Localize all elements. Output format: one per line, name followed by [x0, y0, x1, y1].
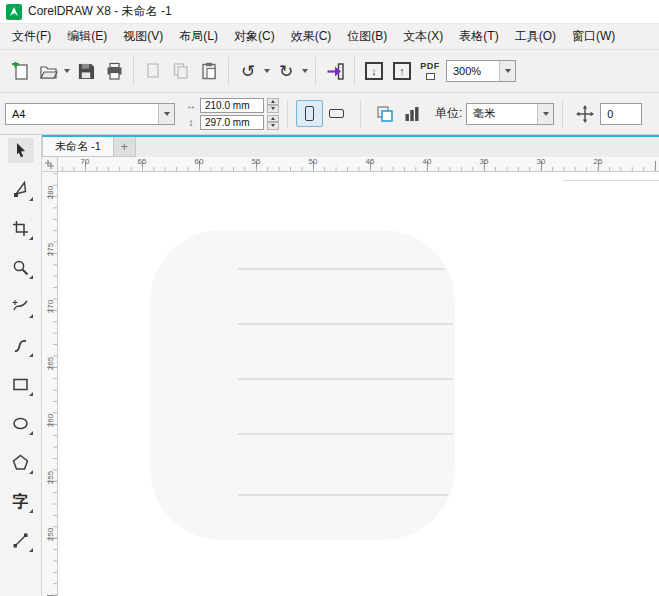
import-button[interactable]: ↓ — [360, 57, 388, 85]
horizontal-line-object[interactable] — [238, 323, 453, 325]
landscape-icon — [329, 109, 344, 118]
copy-button-disabled — [167, 57, 195, 85]
crop-tool[interactable] — [8, 216, 34, 241]
menu-edit[interactable]: 编辑(E) — [59, 24, 115, 49]
ruler-mark: 35 — [476, 157, 492, 166]
page-size-preset-combobox[interactable]: A4 — [5, 103, 175, 125]
menu-tools[interactable]: 工具(O) — [507, 24, 564, 49]
horizontal-line-object[interactable] — [238, 378, 453, 380]
pick-tool[interactable] — [8, 138, 34, 163]
document-tab-active[interactable]: 未命名 -1 — [42, 137, 114, 157]
page-width-icon: ↔ — [185, 100, 197, 111]
export-button[interactable]: ↑ — [388, 57, 416, 85]
zoom-level-value: 300% — [447, 61, 499, 81]
page-size-preset-value: A4 — [6, 104, 158, 124]
zoom-dropdown-button[interactable] — [499, 61, 515, 81]
page-edge-line — [563, 180, 659, 181]
horizontal-line-object[interactable] — [238, 268, 444, 270]
drawing-canvas[interactable] — [58, 172, 659, 596]
window-title: CorelDRAW X8 - 未命名 -1 — [28, 3, 172, 20]
page-height-spinner[interactable] — [267, 115, 279, 130]
redo-button[interactable]: ↻ — [272, 57, 300, 85]
paste-button[interactable] — [195, 57, 223, 85]
standard-toolbar: ↺ ↻ ↓ ↑ PDF 300% — [0, 50, 659, 93]
nudge-value-field[interactable]: 0 — [600, 103, 642, 125]
landscape-orientation-button[interactable] — [323, 100, 350, 127]
ruler-mark: 60 — [191, 157, 207, 166]
ruler-mark: 65 — [134, 157, 150, 166]
ruler-mark: 45 — [362, 157, 378, 166]
rectangle-icon — [12, 376, 29, 393]
diagonal-line-icon — [12, 532, 29, 549]
text-tool[interactable]: 字 — [8, 489, 34, 514]
nudge-offset-button[interactable] — [571, 100, 598, 127]
preset-dropdown-button[interactable] — [158, 104, 174, 124]
ruler-mark: 55 — [248, 157, 264, 166]
canvas-row: 280 275 270 265 260 255 250 — [42, 172, 659, 596]
save-button[interactable] — [72, 57, 100, 85]
menu-layout[interactable]: 布局(L) — [171, 24, 226, 49]
menu-window[interactable]: 窗口(W) — [564, 24, 623, 49]
units-value: 毫米 — [467, 104, 537, 124]
zoom-tool[interactable] — [8, 255, 34, 280]
portrait-orientation-button[interactable] — [296, 100, 323, 127]
menu-bitmaps[interactable]: 位图(B) — [339, 24, 395, 49]
export-icon: ↑ — [393, 62, 411, 80]
artistic-media-tool[interactable] — [8, 333, 34, 358]
page-width-field[interactable]: 210.0 mm — [200, 98, 264, 113]
rounded-square-object[interactable] — [150, 230, 455, 540]
titlebar: CorelDRAW X8 - 未命名 -1 — [0, 0, 659, 24]
rectangle-tool[interactable] — [8, 372, 34, 397]
menu-view[interactable]: 视图(V) — [115, 24, 171, 49]
horizontal-ruler[interactable]: 70 65 60 55 50 45 40 35 30 25 — [58, 157, 659, 172]
ruler-origin-icon — [45, 160, 54, 169]
search-content-button[interactable] — [321, 57, 349, 85]
ruler-mark: 275 — [46, 240, 55, 260]
units-combobox[interactable]: 毫米 — [466, 103, 554, 125]
ruler-mark: 50 — [305, 157, 321, 166]
separator — [133, 57, 134, 85]
measure-tool[interactable] — [8, 528, 34, 553]
s-curve-icon — [12, 337, 29, 354]
undo-dropdown-caret[interactable] — [264, 69, 270, 73]
ellipse-tool[interactable] — [8, 411, 34, 436]
all-pages-layout-button[interactable] — [371, 100, 398, 127]
new-document-button[interactable] — [6, 57, 34, 85]
property-bar: A4 ↔ 210.0 mm ↕ 297.0 mm 单位: — [0, 93, 659, 135]
menu-file[interactable]: 文件(F) — [4, 24, 59, 49]
menu-text[interactable]: 文本(X) — [395, 24, 451, 49]
polygon-tool[interactable] — [8, 450, 34, 475]
page-height-field[interactable]: 297.0 mm — [200, 115, 264, 130]
shape-tool[interactable] — [8, 177, 34, 202]
ruler-origin-corner[interactable] — [42, 157, 58, 172]
portrait-icon — [305, 106, 314, 121]
open-dropdown-caret[interactable] — [64, 69, 70, 73]
page-dimensions-group: ↔ 210.0 mm ↕ 297.0 mm — [185, 98, 279, 130]
menu-table[interactable]: 表格(T) — [451, 24, 506, 49]
undo-button[interactable]: ↺ — [234, 57, 262, 85]
new-document-tab-button[interactable]: + — [114, 137, 136, 157]
horizontal-line-object[interactable] — [238, 494, 448, 496]
print-button[interactable] — [100, 57, 128, 85]
vertical-ruler[interactable]: 280 275 270 265 260 255 250 — [42, 172, 58, 596]
units-dropdown-button[interactable] — [537, 104, 553, 124]
all-pages-icon — [376, 105, 394, 123]
pdf-page-icon — [426, 73, 435, 80]
menubar: 文件(F) 编辑(E) 视图(V) 布局(L) 对象(C) 效果(C) 位图(B… — [0, 24, 659, 50]
redo-dropdown-caret[interactable] — [302, 69, 308, 73]
publish-pdf-button[interactable]: PDF — [416, 57, 444, 85]
freehand-curve-icon — [12, 298, 29, 315]
menu-effects[interactable]: 效果(C) — [283, 24, 340, 49]
page-width-spinner[interactable] — [267, 98, 279, 113]
menu-object[interactable]: 对象(C) — [226, 24, 283, 49]
pdf-label: PDF — [420, 62, 440, 71]
current-page-layout-button[interactable] — [398, 100, 425, 127]
ruler-mark: 250 — [46, 525, 55, 545]
freehand-tool[interactable] — [8, 294, 34, 319]
horizontal-line-object[interactable] — [238, 433, 453, 435]
zoom-level-combobox[interactable]: 300% — [446, 60, 516, 82]
magnifier-icon — [12, 259, 29, 276]
cut-button-disabled — [139, 57, 167, 85]
open-button[interactable] — [34, 57, 62, 85]
ruler-mark: 280 — [46, 183, 55, 203]
